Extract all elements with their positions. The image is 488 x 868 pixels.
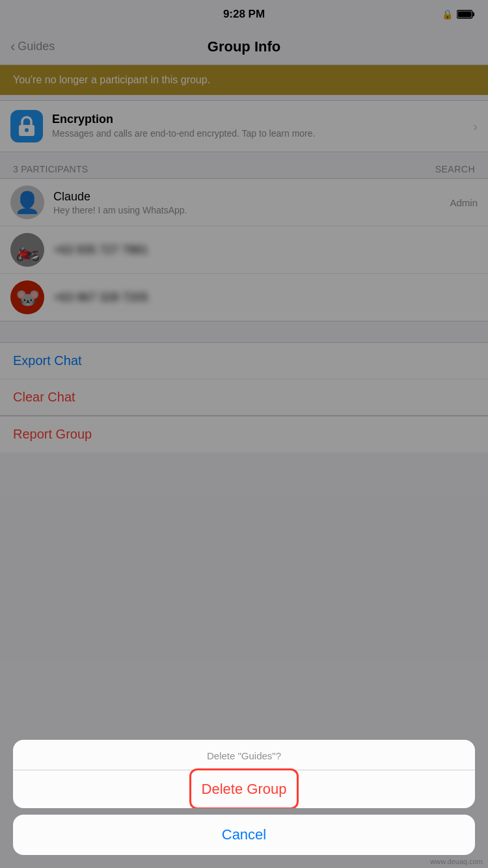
alert-container: Delete "Guides"? Delete Group Cancel [13,740,475,868]
alert-title-row: Delete "Guides"? [13,740,475,770]
cancel-label[interactable]: Cancel [222,826,266,843]
cancel-button[interactable]: Cancel [13,815,475,855]
alert-cancel-card: Cancel [13,815,475,855]
delete-group-button[interactable]: Delete Group [13,770,475,808]
alert-card: Delete "Guides"? Delete Group [13,740,475,808]
alert-title: Delete "Guides"? [207,750,281,761]
overlay: Delete "Guides"? Delete Group Cancel [0,0,488,868]
watermark: www.deuaq.com [430,858,483,865]
delete-group-label[interactable]: Delete Group [189,768,299,808]
